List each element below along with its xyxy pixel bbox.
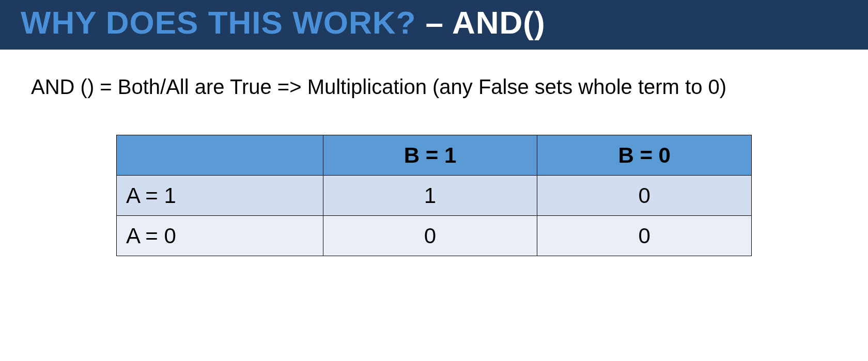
- table-row: A = 0 0 0: [117, 216, 752, 256]
- title-dash: –: [416, 5, 452, 40]
- cell-a0-b0: 0: [537, 216, 752, 256]
- table-header-row: B = 1 B = 0: [117, 135, 752, 176]
- slide-header: WHY DOES THIS WORK? – AND(): [0, 0, 868, 50]
- cell-a1-b1: 1: [323, 176, 537, 216]
- truth-table-wrapper: B = 1 B = 0 A = 1 1 0 A = 0 0 0: [31, 135, 837, 256]
- slide-description: AND () = Both/All are True => Multiplica…: [31, 75, 837, 99]
- truth-table: B = 1 B = 0 A = 1 1 0 A = 0 0 0: [116, 135, 752, 256]
- table-corner-cell: [117, 135, 323, 176]
- cell-a1-b0: 0: [537, 176, 752, 216]
- cell-a0-b1: 0: [323, 216, 537, 256]
- table-row: A = 1 1 0: [117, 176, 752, 216]
- slide-title: WHY DOES THIS WORK? – AND(): [21, 5, 847, 40]
- row-header-a0: A = 0: [117, 216, 323, 256]
- row-header-a1: A = 1: [117, 176, 323, 216]
- title-function-name: AND(): [452, 5, 546, 40]
- slide-content: AND () = Both/All are True => Multiplica…: [0, 50, 868, 256]
- title-main-text: WHY DOES THIS WORK?: [21, 5, 416, 40]
- col-header-b1: B = 1: [323, 135, 537, 176]
- col-header-b0: B = 0: [537, 135, 752, 176]
